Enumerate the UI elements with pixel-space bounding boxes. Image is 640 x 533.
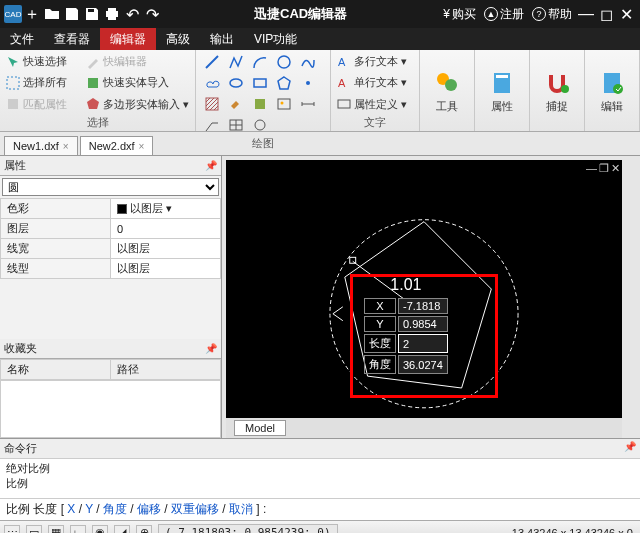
property-row[interactable]: 线型以图层 [1,259,221,279]
hatch-tool-icon[interactable] [202,94,222,114]
svg-line-7 [206,56,218,68]
status-icon[interactable]: ◢ [114,525,130,534]
menu-文件[interactable]: 文件 [0,28,44,50]
properties-button[interactable]: 属性 [481,52,523,131]
prompt-option[interactable]: 角度 [103,502,127,516]
circle-tool-icon[interactable] [274,52,294,72]
command-area: 命令行📌 绝对比例比例 [0,438,640,498]
command-title: 命令行 [4,441,37,456]
command-line: 绝对比例 [6,461,634,476]
prompt-option[interactable]: 取消 [229,502,253,516]
attrdef-button[interactable]: 属性定义▾ [337,97,407,112]
buy-button[interactable]: ¥购买 [443,6,476,23]
ortho-icon[interactable]: ∟ [70,525,86,534]
status-icon[interactable]: ⊕ [136,525,152,534]
snap-button[interactable]: 捕捉 [536,52,578,131]
property-row[interactable]: 色彩以图层 ▾ [1,199,221,219]
new-icon[interactable]: ＋ [22,4,42,24]
tools-button[interactable]: 工具 [426,52,468,131]
maximize-icon[interactable]: ◻ [596,4,616,24]
property-row[interactable]: 图层0 [1,219,221,239]
mtext-button[interactable]: A多行文本▾ [337,54,407,69]
misc-tool-icon[interactable] [250,115,270,135]
prompt-option[interactable]: 偏移 [137,502,161,516]
coordinate-input[interactable]: 1.01 X-7.1818Y0.9854长度2角度36.0274 [362,276,450,376]
object-type-select[interactable]: 圆 [2,178,219,196]
polygon-tool-icon[interactable] [274,73,294,93]
pin-icon[interactable]: 📌 [624,441,636,456]
menu-编辑器[interactable]: 编辑器 [100,28,156,50]
favorites-table: 名称路径 [0,359,221,380]
svg-rect-21 [338,100,350,108]
svg-rect-15 [278,99,290,109]
spline-tool-icon[interactable] [298,52,318,72]
coord-title: 1.01 [362,276,450,294]
drawing-canvas[interactable]: —❐✕ 1.01 X-7.1818Y0.9854长度2角度36.0274 [226,160,622,418]
stext-button[interactable]: A单行文本▾ [337,75,407,90]
paint-tool-icon[interactable] [226,94,246,114]
arc-tool-icon[interactable] [250,52,270,72]
dim-tool-icon[interactable] [298,94,318,114]
status-icon[interactable]: ▭ [26,525,42,534]
polygon-input-button[interactable]: 多边形实体输入▾ [86,97,189,112]
svg-point-9 [230,79,242,87]
prompt-option[interactable]: X [67,502,75,516]
command-line: 比例 [6,476,634,491]
saveas-icon[interactable] [82,4,102,24]
redo-icon[interactable]: ↷ [142,4,162,24]
property-row[interactable]: 线宽以图层 [1,239,221,259]
cloud-tool-icon[interactable] [202,73,222,93]
prompt-option[interactable]: Y [85,502,93,516]
command-prompt[interactable]: 比例 长度 [ X / Y / 角度 / 偏移 / 双重偏移 / 取消 ] : [0,498,640,520]
prompt-option[interactable]: 双重偏移 [171,502,219,516]
ribbon-group-text: 文字 [337,114,413,131]
cursor-coords: (-7.181803; 0.9854239; 0) [158,524,338,533]
register-button[interactable]: ▲注册 [484,6,524,23]
grid-icon[interactable]: ▦ [48,525,64,534]
save-icon[interactable] [62,4,82,24]
close-icon[interactable]: ✕ [616,4,636,24]
tab-close-icon[interactable]: × [63,141,69,152]
left-panel: 属性📌 圆 色彩以图层 ▾图层0 线宽以图层 线型以图层 收藏夹📌 名称路径 [0,156,222,438]
menu-查看器[interactable]: 查看器 [44,28,100,50]
svg-text:A: A [338,56,346,68]
svg-rect-4 [8,99,18,109]
table-tool-icon[interactable] [226,115,246,135]
properties-table: 色彩以图层 ▾图层0 线宽以图层 线型以图层 [0,198,221,279]
model-tab[interactable]: Model [234,420,286,436]
help-button[interactable]: ?帮助 [532,6,572,23]
menu-高级[interactable]: 高级 [156,28,200,50]
status-icon[interactable]: ⋯ [4,525,20,534]
undo-icon[interactable]: ↶ [122,4,142,24]
file-tab[interactable]: New2.dxf× [80,136,154,155]
ellipse-tool-icon[interactable] [226,73,246,93]
status-bar: ⋯ ▭ ▦ ∟ ◉ ◢ ⊕ (-7.181803; 0.9854239; 0) … [0,520,640,533]
point-tool-icon[interactable] [298,73,318,93]
svg-point-8 [278,56,290,68]
leader-tool-icon[interactable] [202,115,222,135]
svg-point-28 [613,84,623,94]
svg-rect-2 [108,16,116,20]
select-all-button[interactable]: 选择所有 [6,75,86,90]
menu-VIP功能[interactable]: VIP功能 [244,28,307,50]
rect-tool-icon[interactable] [250,73,270,93]
menu-输出[interactable]: 输出 [200,28,244,50]
edit-button[interactable]: 编辑 [591,52,633,131]
pin-icon[interactable]: 📌 [205,160,217,171]
minimize-icon[interactable]: — [576,4,596,24]
quick-select-button[interactable]: 快速选择 [6,54,86,69]
svg-line-34 [333,314,343,321]
quick-import-button[interactable]: 快速实体导入 [86,75,189,90]
block-tool-icon[interactable] [250,94,270,114]
pin-icon[interactable]: 📌 [205,343,217,354]
svg-point-16 [281,102,284,105]
favorites-header: 收藏夹📌 [0,339,221,359]
line-tool-icon[interactable] [202,52,222,72]
open-icon[interactable] [42,4,62,24]
print-icon[interactable] [102,4,122,24]
polyline-tool-icon[interactable] [226,52,246,72]
file-tab[interactable]: New1.dxf× [4,136,78,155]
snap-icon[interactable]: ◉ [92,525,108,534]
image-tool-icon[interactable] [274,94,294,114]
tab-close-icon[interactable]: × [139,141,145,152]
